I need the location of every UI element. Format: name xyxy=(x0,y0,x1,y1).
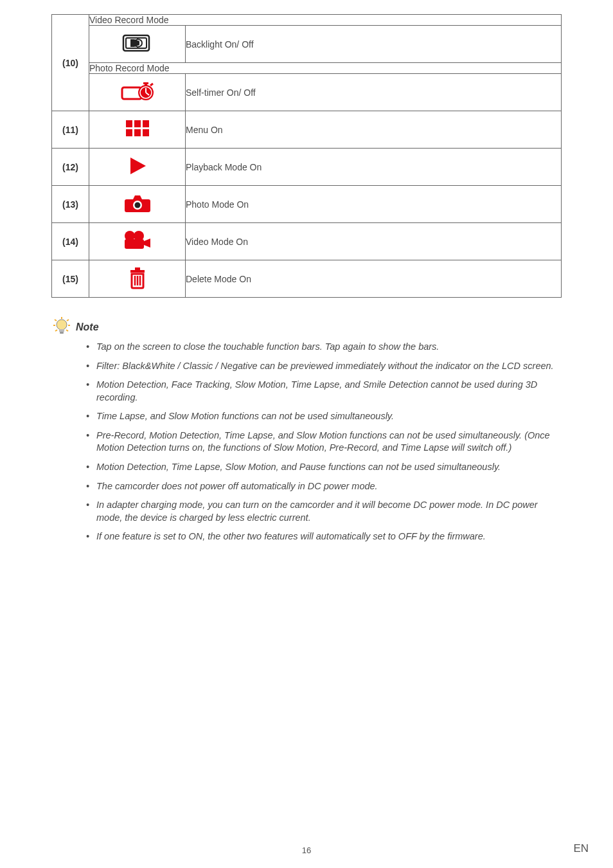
svg-rect-22 xyxy=(125,239,144,249)
svg-rect-3 xyxy=(136,39,137,47)
desc-cell: Backlight On/ Off xyxy=(186,26,562,63)
row-number: (11) xyxy=(52,111,89,149)
table-row: (14) Video Mode On xyxy=(52,223,562,260)
table-row: (12) Playback Mode On xyxy=(52,149,562,186)
photo-icon xyxy=(124,193,151,213)
list-item: Filter: Black&White / Classic / Negative… xyxy=(86,360,562,373)
desc-cell: Self-timer On/ Off xyxy=(186,74,562,111)
icon-cell xyxy=(89,26,186,63)
row-number: (13) xyxy=(52,186,89,223)
lightbulb-icon xyxy=(51,316,72,338)
list-item: The camcorder does not power off automat… xyxy=(86,480,562,493)
list-item: In adapter charging mode, you can turn o… xyxy=(86,499,562,524)
playback-icon xyxy=(127,155,148,177)
note-list: Tap on the screen to close the touchable… xyxy=(86,341,562,543)
icon-cell xyxy=(89,74,186,111)
svg-line-35 xyxy=(66,330,68,331)
desc-cell: Playback Mode On xyxy=(186,149,562,186)
svg-line-30 xyxy=(55,320,57,321)
svg-rect-17 xyxy=(143,129,149,136)
svg-rect-6 xyxy=(143,82,148,84)
page-number: 16 xyxy=(0,845,613,855)
svg-rect-16 xyxy=(134,129,141,136)
icon-cell xyxy=(89,149,186,186)
icon-cell xyxy=(89,260,186,298)
svg-line-8 xyxy=(150,84,153,86)
menu-icon xyxy=(125,119,150,138)
table-row: Backlight On/ Off xyxy=(52,26,562,63)
svg-rect-15 xyxy=(126,129,132,136)
list-item: Tap on the screen to close the touchable… xyxy=(86,341,562,354)
svg-rect-7 xyxy=(145,84,147,86)
svg-rect-14 xyxy=(143,120,149,127)
backlight-icon xyxy=(121,32,154,54)
svg-line-31 xyxy=(67,320,69,321)
table-row: (11) Menu On xyxy=(52,111,562,149)
desc-cell: Video Mode On xyxy=(186,223,562,260)
svg-point-19 xyxy=(134,203,140,208)
svg-rect-37 xyxy=(60,332,64,334)
row-number: (12) xyxy=(52,149,89,186)
note-title: Note xyxy=(76,321,99,333)
desc-cell: Photo Mode On xyxy=(186,186,562,223)
list-item: Motion Detection, Face Tracking, Slow Mo… xyxy=(86,379,562,404)
table-row: (13) Photo Mode On xyxy=(52,186,562,223)
note-block: Note Tap on the screen to close the touc… xyxy=(51,316,562,543)
svg-rect-36 xyxy=(59,329,64,332)
svg-rect-2 xyxy=(130,39,134,47)
svg-rect-12 xyxy=(126,120,132,127)
row-number: (14) xyxy=(52,223,89,260)
desc-cell: Delete Mode On xyxy=(186,260,562,298)
table-row: Self-timer On/ Off xyxy=(52,74,562,111)
table-row: Photo Record Mode xyxy=(52,63,562,74)
icon-cell xyxy=(89,223,186,260)
svg-rect-24 xyxy=(130,270,145,273)
svg-point-28 xyxy=(57,320,67,330)
list-item: Motion Detection, Time Lapse, Slow Motio… xyxy=(86,461,562,474)
self-timer-icon xyxy=(119,80,156,103)
svg-line-34 xyxy=(55,330,57,331)
language-label: EN xyxy=(573,842,589,855)
mode-header: Video Record Mode xyxy=(89,15,562,26)
row-number: (15) xyxy=(52,260,89,298)
delete-icon xyxy=(128,266,147,289)
icon-table: (10) Video Record Mode xyxy=(51,14,562,298)
list-item: Time Lapse, and Slow Motion functions ca… xyxy=(86,410,562,423)
list-item: Pre-Record, Motion Detection, Time Lapse… xyxy=(86,429,562,455)
mode-header: Photo Record Mode xyxy=(89,63,562,74)
icon-cell xyxy=(89,111,186,149)
table-row: (10) Video Record Mode xyxy=(52,15,562,26)
table-row: (15) Delete Mode On xyxy=(52,260,562,298)
desc-cell: Menu On xyxy=(186,111,562,149)
video-icon xyxy=(122,230,153,251)
icon-cell xyxy=(89,186,186,223)
row-number: (10) xyxy=(52,15,89,111)
list-item: If one feature is set to ON, the other t… xyxy=(86,530,562,543)
svg-rect-13 xyxy=(134,120,141,127)
svg-rect-23 xyxy=(135,267,140,270)
